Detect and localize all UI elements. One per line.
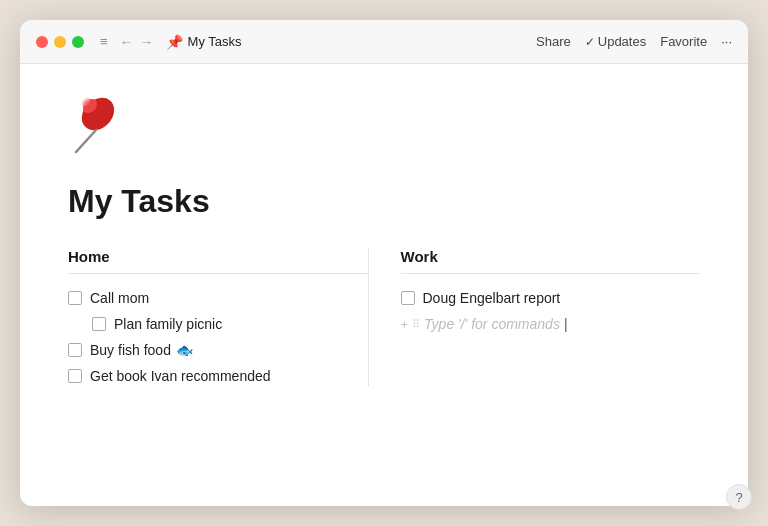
new-task-row[interactable]: + ⠿ Type '/' for commands | (401, 314, 701, 334)
home-column-header: Home (68, 248, 368, 274)
minimize-button[interactable] (54, 36, 66, 48)
task-checkbox-buy-fish-food[interactable] (68, 343, 82, 357)
help-button[interactable]: ? (726, 484, 748, 506)
close-button[interactable] (36, 36, 48, 48)
task-doug-report: Doug Engelbart report (401, 288, 701, 308)
page-icon (68, 92, 700, 171)
titlebar-title: 📌 My Tasks (166, 34, 242, 50)
columns-container: Home Call mom Plan family picnic Buy fis… (68, 248, 700, 386)
home-column: Home Call mom Plan family picnic Buy fis… (68, 248, 368, 386)
titlebar-actions: Share Updates Favorite ··· (536, 34, 732, 49)
menu-icon[interactable]: ≡ (100, 34, 108, 49)
svg-line-2 (76, 130, 96, 152)
task-checkbox-get-book[interactable] (68, 369, 82, 383)
traffic-lights (36, 36, 84, 48)
home-task-list: Call mom Plan family picnic Buy fish foo… (68, 288, 368, 386)
task-checkbox-call-mom[interactable] (68, 291, 82, 305)
svg-point-0 (75, 92, 120, 137)
titlebar-title-text: My Tasks (188, 34, 242, 49)
task-plan-picnic: Plan family picnic (68, 314, 368, 334)
work-column: Work Doug Engelbart report + ⠿ Type '/' … (368, 248, 701, 386)
cursor: | (564, 316, 568, 332)
task-checkbox-doug-report[interactable] (401, 291, 415, 305)
task-call-mom: Call mom (68, 288, 368, 308)
forward-button[interactable]: → (140, 34, 154, 50)
pin-icon: 📌 (166, 34, 183, 50)
task-text-call-mom: Call mom (90, 290, 149, 306)
updates-button[interactable]: Updates (585, 34, 646, 49)
drag-handle-icon: ⠿ (412, 318, 420, 331)
task-get-book: Get book Ivan recommended (68, 366, 368, 386)
share-button[interactable]: Share (536, 34, 571, 49)
task-text-plan-picnic: Plan family picnic (114, 316, 222, 332)
page-title: My Tasks (68, 183, 700, 220)
titlebar: ≡ ← → 📌 My Tasks Share Updates Favorite … (20, 20, 748, 64)
more-button[interactable]: ··· (721, 34, 732, 49)
new-task-placeholder[interactable]: Type '/' for commands (424, 316, 560, 332)
content-area: My Tasks Home Call mom Plan family picni… (20, 64, 748, 506)
back-button[interactable]: ← (120, 34, 134, 50)
work-column-header: Work (401, 248, 701, 274)
task-buy-fish-food: Buy fish food 🐟 (68, 340, 368, 360)
favorite-button[interactable]: Favorite (660, 34, 707, 49)
task-checkbox-plan-picnic[interactable] (92, 317, 106, 331)
add-task-plus-icon: + (401, 317, 409, 332)
maximize-button[interactable] (72, 36, 84, 48)
app-window: ≡ ← → 📌 My Tasks Share Updates Favorite … (20, 20, 748, 506)
pushpin-svg (68, 92, 128, 162)
nav-buttons: ← → (120, 34, 154, 50)
task-text-buy-fish-food: Buy fish food 🐟 (90, 342, 193, 358)
task-text-get-book: Get book Ivan recommended (90, 368, 271, 384)
fish-emoji: 🐟 (176, 342, 193, 358)
work-task-list: Doug Engelbart report + ⠿ Type '/' for c… (401, 288, 701, 334)
task-text-doug-report: Doug Engelbart report (423, 290, 561, 306)
